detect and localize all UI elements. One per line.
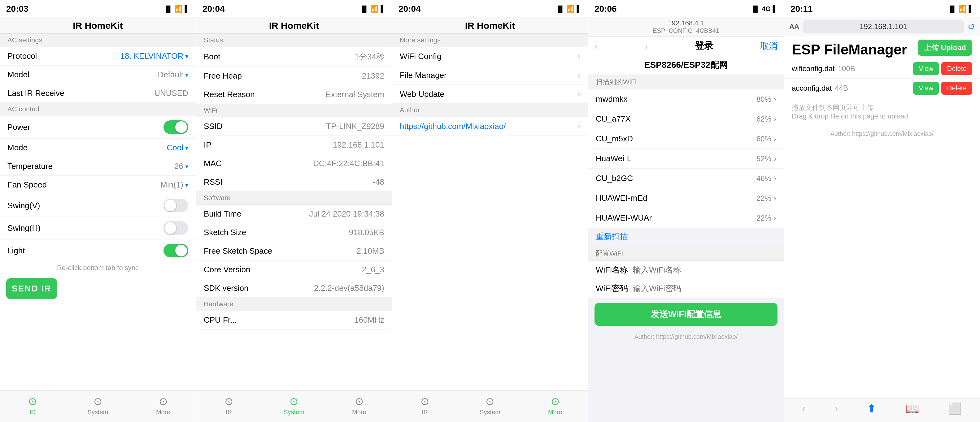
wifi-item-3[interactable]: HuaWei-L 52% › [588,149,784,169]
free-sketch-row: Free Sketch Space 2.10MB [196,242,392,260]
wifi-item-4[interactable]: CU_b2GC 46% › [588,169,784,189]
tab-system-1[interactable]: ⊙ System [65,394,130,416]
p4-cancel-btn[interactable]: 取消 [760,40,778,52]
wifi-name-input[interactable] [633,265,776,275]
send-ir-button[interactable]: SEND IR [6,278,57,299]
wifi-name-input-row: WiFi名称 [588,261,784,279]
wifi-item-0[interactable]: mwdmkx 80% › [588,89,784,109]
rssi-row: RSSI -48 [196,173,392,192]
sdk-version-row: SDK version 2.2.2-dev(a58da79) [196,279,392,298]
tab-more-2[interactable]: ⊙ More [327,394,392,416]
p4-login-nav: ‹ › 登录 取消 [588,36,784,56]
esp-delete-button-0[interactable]: Delete [941,62,972,75]
swing-v-toggle[interactable] [164,198,188,212]
light-toggle[interactable] [164,244,188,257]
4g-icon: 4G [762,5,771,13]
mode-value[interactable]: Cool [167,143,188,152]
esp-file-info-1: acconfig.dat 44B [792,84,848,92]
boot-row: Boot 1分34秒 [196,47,392,67]
temperature-value[interactable]: 26 [174,162,188,171]
fan-speed-value[interactable]: Min(1) [161,180,188,190]
esp-file-row-0: wificonfig.dat 100B View Delete [784,59,980,79]
tab-ir-2[interactable]: ⊙ IR [196,394,261,416]
esp-upload-button[interactable]: 上传 Upload [918,40,972,56]
rescan-btn[interactable]: 重新扫描 [596,232,628,241]
esp-file-name-1: acconfig.dat [792,84,832,92]
system-tab-icon-3: ⊙ [485,395,494,408]
author-chevron [576,121,580,131]
wifi-config-row[interactable]: WiFi Config [392,47,588,66]
wifi-item-6[interactable]: HUAWEI-WUAr 22% › [588,208,784,228]
web-update-chevron [576,89,580,99]
esp-view-button-1[interactable]: View [913,82,939,95]
esp-file-size-1: 44B [835,84,848,92]
free-heap-value: 21392 [362,71,384,81]
signal-icons-4: ▐▌ 4G ▌ [751,5,778,13]
mac-value: DC:4F:22:4C:BB:41 [313,159,384,168]
tab-system-3[interactable]: ⊙ System [457,394,522,416]
browser-bookmarks-button[interactable]: 📖 [905,402,919,415]
browser-reload-button[interactable]: ↺ [967,22,975,32]
power-toggle[interactable] [164,121,188,134]
section-hardware: Hardware [196,298,392,311]
esp-view-button-0[interactable]: View [913,62,939,75]
p5-author-note: Author: https://github.com/Mixiaoxiao/ [784,125,980,142]
wifi-item-2[interactable]: CU_m5xD 60% › [588,129,784,149]
p4-subtitle: ESP8266/ESP32配网 [588,56,784,75]
status-bar-1: 20:03 ▐▌ 📶 ▌ [0,0,196,17]
signal-bars-icon-4: ▐▌ [751,6,760,13]
browser-back-button[interactable]: ‹ [802,402,806,415]
cpu-row: CPU Fr... 160MHz [196,311,392,330]
browser-url-bar[interactable]: 192.168.1.101 [803,20,964,33]
time-2: 20:04 [202,4,225,14]
browser-share-button[interactable]: ⬆ [867,402,876,415]
last-ir-value: UNUSED [154,89,188,98]
last-ir-receive-row: Last IR Receive UNUSED [0,84,196,103]
browser-tabs-button[interactable]: ⬜ [948,402,962,415]
build-time-value: Jul 24 2020 19:34:38 [309,209,384,219]
browser-forward-button[interactable]: › [834,402,838,415]
more-tab-label-3: More [548,409,562,416]
last-ir-label: Last IR Receive [8,89,64,98]
file-manager-row[interactable]: File Manager [392,66,588,85]
model-row: Model Default [0,66,196,84]
more-tab-label-2: More [352,409,366,416]
time-5: 20:11 [791,4,813,14]
wifi-name-0: mwdmkx [596,94,628,104]
light-label: Light [8,246,25,255]
tab-bar-3: ⊙ IR ⊙ System ⊙ More [392,390,588,422]
swing-v-label: Swing(V) [8,201,40,210]
reset-reason-row: Reset Reason External System [196,86,392,104]
temperature-label: Temperature [8,162,52,171]
model-label: Model [8,70,29,79]
tab-system-2[interactable]: ⊙ System [261,394,326,416]
wifi-config-label: WiFi Config [400,52,441,61]
wifi-item-5[interactable]: HUAWEI-rnEd 22% › [588,189,784,208]
tab-ir-1[interactable]: ⊙ IR [0,394,65,416]
web-update-row[interactable]: Web Update [392,85,588,104]
ssid-row: SSID TP-LINK_Z9289 [196,117,392,136]
system-tab-label: System [88,409,108,416]
free-heap-row: Free Heap 21392 [196,67,392,86]
author-link-row[interactable]: https://github.com/Mixiaoxiao/ [392,117,588,136]
wifi-name-input-label: WiFi名称 [596,265,628,275]
tab-ir-3[interactable]: ⊙ IR [392,394,457,416]
wifi-name-4: CU_b2GC [596,174,633,183]
tab-more-3[interactable]: ⊙ More [523,394,588,416]
tab-more-1[interactable]: ⊙ More [130,394,196,416]
send-wifi-button[interactable]: 发送WiFi配置信息 [595,303,778,326]
status-bar-4: 20:06 ▐▌ 4G ▌ [588,0,784,17]
model-value[interactable]: Default [158,70,188,79]
re-click-note: Re-click bottom tab to sync [0,262,196,273]
wifi-pwd-input[interactable] [633,284,776,293]
sketch-size-row: Sketch Size 918.05KB [196,224,392,242]
free-sketch-label: Free Sketch Space [204,246,272,256]
p4-login-title: 登录 [695,40,713,52]
wifi-item-1[interactable]: CU_a77X 62% › [588,109,784,129]
panel-2-content: Status Boot 1分34秒 Free Heap 21392 Reset … [196,34,392,390]
swing-h-toggle[interactable] [164,221,188,235]
protocol-value[interactable]: 18. KELVINATOR [120,51,188,61]
chevron-right-icon-4: › [774,174,776,183]
esp-delete-button-1[interactable]: Delete [941,82,972,95]
battery-icon-3: ▌ [576,5,582,13]
